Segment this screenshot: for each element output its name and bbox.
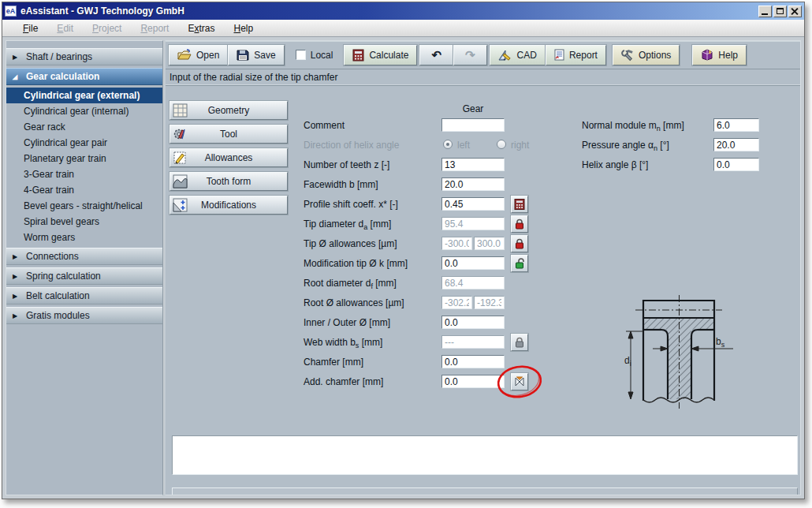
menu-file[interactable]: File — [13, 23, 47, 34]
save-floppy-icon — [237, 49, 249, 61]
modification-tip-label: Modification tip Ø k [mm] — [304, 258, 440, 269]
add-chamfer-button[interactable] — [511, 373, 528, 390]
calculator-icon — [514, 199, 525, 210]
normal-module-input[interactable] — [713, 118, 759, 132]
modifications-tab-button[interactable]: Modifications — [169, 196, 288, 215]
sidebar-item-spiral-bevel-gears[interactable]: Spiral bevel gears — [6, 214, 162, 230]
toolbar: Open Save Local Calculate ↶ ↷ — [166, 41, 800, 69]
redo-icon: ↷ — [465, 49, 475, 61]
save-button[interactable]: Save — [228, 45, 284, 65]
profile-shift-calculator-button[interactable] — [511, 196, 528, 213]
bottom-panel — [172, 487, 798, 495]
web-width-label: Web width bs [mm] — [304, 337, 440, 348]
geometry-grid-icon — [173, 103, 188, 118]
allowances-tab-button[interactable]: Allowances — [169, 148, 288, 167]
profile-shift-label: Profile shift coeff. x* [-] — [304, 199, 440, 210]
comment-input[interactable] — [441, 118, 505, 132]
help-button[interactable]: Help — [692, 45, 747, 65]
close-icon — [791, 8, 799, 15]
open-button[interactable]: Open — [169, 45, 228, 65]
comment-label: Comment — [304, 120, 440, 131]
pressure-angle-input[interactable] — [713, 138, 759, 151]
sidebar-item-4-gear-train[interactable]: 4-Gear train — [6, 182, 162, 198]
profile-shift-input[interactable] — [441, 197, 505, 211]
tip-allowance-upper-input — [474, 237, 505, 250]
app-icon: eA — [5, 6, 17, 17]
sidebar-item-cylindrical-gear-internal[interactable]: Cylindrical gear (internal) — [6, 103, 162, 119]
add-chamfer-input[interactable] — [441, 375, 505, 388]
chamfer-icon — [513, 375, 526, 388]
cad-ruler-pencil-icon — [498, 49, 512, 61]
help-book-icon — [701, 49, 713, 61]
geometry-tab-button[interactable]: Geometry — [169, 101, 288, 120]
sidebar-item-gratis-modules[interactable]: ▶Gratis modules — [6, 307, 162, 324]
menu-help[interactable]: Help — [224, 23, 263, 34]
sidebar-item-planetary-gear-train[interactable]: Planetary gear train — [6, 151, 162, 166]
maximize-button[interactable] — [773, 6, 787, 17]
menu-edit: Edit — [47, 23, 83, 34]
sidebar-item-belt-calculation[interactable]: ▶Belt calculation — [6, 287, 162, 304]
status-text: Input of the radial size of the tip cham… — [166, 69, 800, 86]
chevron-down-icon: ◢ — [13, 73, 20, 80]
main-area: Geometry Tool Allowances Tooth form Modi… — [166, 86, 800, 495]
redo-button: ↷ — [453, 45, 487, 65]
report-button[interactable]: Report — [546, 45, 606, 65]
options-button[interactable]: Options — [613, 45, 680, 65]
root-allowances-label: Root Ø allowances [µm] — [304, 297, 440, 308]
helix-angle-input[interactable] — [713, 158, 759, 171]
maximize-icon — [777, 8, 784, 14]
root-allowance-lower-input — [441, 296, 472, 309]
helix-left-radio — [443, 140, 453, 149]
tool-tab-button[interactable]: Tool — [169, 125, 288, 144]
tip-diameter-lock-button[interactable] — [511, 215, 528, 233]
menu-project: Project — [83, 23, 131, 34]
lock-closed-red-icon — [514, 219, 525, 230]
gear-cross-section-drawing: di bs — [623, 292, 798, 412]
undo-button[interactable]: ↶ — [419, 45, 453, 65]
local-checkbox-wrap: Local — [291, 50, 338, 61]
sidebar-item-worm-gears[interactable]: Worm gears — [6, 230, 162, 245]
close-button[interactable] — [788, 6, 802, 17]
tooth-form-tab-button[interactable]: Tooth form — [169, 172, 288, 191]
content-panel: Open Save Local Calculate ↶ ↷ — [165, 40, 801, 495]
sidebar-item-shaft-bearings[interactable]: ▶Shaft / bearings — [6, 48, 162, 65]
chevron-right-icon: ▶ — [13, 253, 20, 260]
sidebar-item-cylindrical-gear-pair[interactable]: Cylindrical gear pair — [6, 135, 162, 151]
tool-gear-icon — [173, 127, 188, 141]
number-of-teeth-input[interactable] — [441, 158, 505, 171]
menu-extras[interactable]: Extras — [178, 23, 224, 34]
sidebar-item-3-gear-train[interactable]: 3-Gear train — [6, 166, 162, 182]
facewidth-input[interactable] — [441, 177, 505, 191]
local-checkbox[interactable] — [296, 50, 306, 60]
chevron-right-icon: ▶ — [13, 312, 20, 319]
gear-drawing-svg — [623, 292, 798, 412]
lock-closed-red-icon — [514, 238, 525, 249]
tip-diameter-input — [441, 217, 505, 230]
title-bar: eA eAssistant - GWJ Technology GmbH — [2, 2, 804, 20]
add-chamfer-label: Add. chamfer [mm] — [304, 376, 440, 387]
options-tools-icon — [621, 49, 634, 62]
sidebar-item-connections[interactable]: ▶Connections — [6, 248, 162, 265]
sidebar-item-bevel-gears[interactable]: Bevel gears - straight/helical — [6, 198, 162, 214]
modification-tip-lock-button[interactable] — [511, 255, 528, 272]
lock-open-green-icon — [514, 258, 525, 269]
minimize-button[interactable] — [758, 6, 772, 17]
web-width-input — [441, 335, 505, 349]
chamfer-label: Chamfer [mm] — [304, 357, 440, 368]
web-width-lock-button — [511, 334, 528, 351]
tip-allowances-lock-button[interactable] — [511, 235, 528, 252]
helix-direction-label: Direction of helix angle — [304, 140, 440, 151]
chamfer-input[interactable] — [441, 355, 505, 368]
calculate-button[interactable]: Calculate — [344, 45, 417, 65]
inner-outer-diameter-input[interactable] — [441, 316, 505, 329]
sidebar-item-gear-calculation[interactable]: ◢Gear calculation — [6, 68, 162, 85]
menu-report: Report — [131, 23, 178, 34]
cad-button[interactable]: CAD — [490, 45, 546, 65]
modification-tip-input[interactable] — [441, 256, 505, 270]
open-folder-icon — [177, 49, 192, 61]
sidebar-item-cylindrical-gear-external[interactable]: Cylindrical gear (external) — [6, 88, 162, 103]
sidebar-item-spring-calculation[interactable]: ▶Spring calculation — [6, 267, 162, 285]
sidebar-item-gear-rack[interactable]: Gear rack — [6, 119, 162, 135]
undo-icon: ↶ — [431, 49, 441, 61]
report-document-icon — [554, 49, 564, 61]
